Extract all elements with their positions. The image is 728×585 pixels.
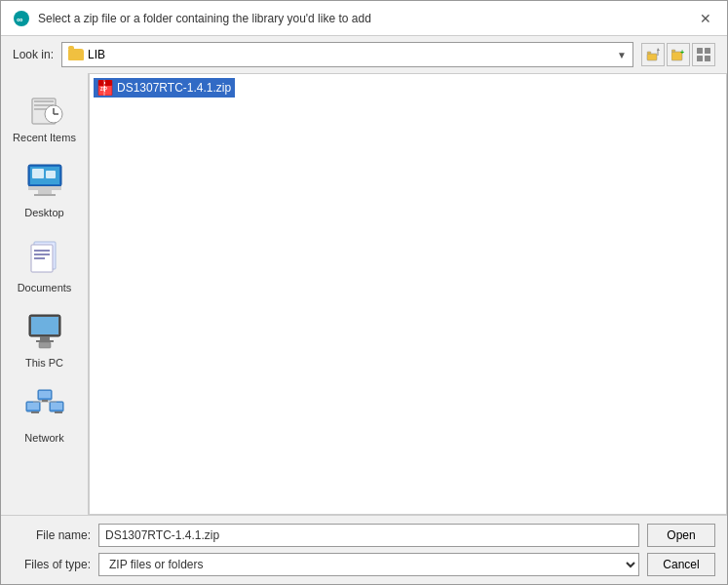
- new-folder-button[interactable]: +: [667, 43, 690, 66]
- sidebar-item-recent-label: Recent Items: [13, 132, 76, 143]
- svg-rect-54: [104, 90, 105, 92]
- zip-file-icon: ZIP: [97, 80, 113, 96]
- svg-rect-23: [34, 194, 56, 196]
- svg-rect-33: [40, 336, 50, 340]
- sidebar-item-documents[interactable]: Documents: [6, 228, 84, 299]
- filetype-select[interactable]: ZIP files or folders: [98, 553, 639, 576]
- arduino-icon: ∞: [13, 10, 30, 27]
- look-in-label: Look in:: [13, 48, 54, 61]
- svg-rect-37: [27, 403, 39, 410]
- svg-rect-13: [34, 100, 54, 102]
- filename-row: File name: Open: [13, 524, 715, 547]
- dialog-title: Select a zip file or a folder containing…: [38, 12, 371, 25]
- sidebar-item-desktop[interactable]: Desktop: [6, 153, 84, 224]
- sidebar-item-network-label: Network: [24, 432, 63, 444]
- filename-label: File name:: [13, 528, 91, 542]
- this-pc-icon: [24, 309, 65, 353]
- svg-rect-25: [46, 171, 56, 178]
- svg-rect-47: [42, 400, 48, 402]
- sidebar-item-network[interactable]: Network: [6, 378, 84, 449]
- sidebar: Recent Items: [1, 73, 89, 515]
- file-item-name: DS1307RTC-1.4.1.zip: [117, 81, 231, 95]
- dialog: ∞ Select a zip file or a folder containi…: [0, 0, 728, 585]
- view-menu-button[interactable]: [692, 43, 715, 66]
- file-item[interactable]: ZIP DS1307RTC-1.4.1.zip: [94, 78, 235, 98]
- svg-rect-21: [28, 186, 61, 190]
- svg-rect-32: [31, 317, 58, 334]
- svg-rect-22: [38, 190, 52, 194]
- close-button[interactable]: ✕: [696, 9, 715, 28]
- svg-rect-45: [31, 411, 39, 413]
- svg-text:∞: ∞: [17, 15, 23, 24]
- svg-rect-29: [34, 254, 50, 255]
- svg-rect-6: [671, 50, 675, 52]
- svg-rect-28: [34, 250, 50, 252]
- folder-icon: [68, 49, 84, 60]
- svg-rect-30: [34, 257, 45, 259]
- svg-rect-10: [697, 56, 703, 61]
- svg-rect-3: [647, 52, 651, 54]
- svg-rect-39: [51, 403, 62, 410]
- svg-rect-35: [39, 342, 51, 348]
- open-button[interactable]: Open: [647, 524, 715, 547]
- svg-rect-52: [104, 82, 105, 84]
- svg-rect-8: [697, 48, 703, 54]
- bottom-bar: File name: Open Files of type: ZIP files…: [1, 515, 727, 584]
- main-content: Recent Items: [1, 73, 727, 515]
- svg-rect-41: [39, 391, 51, 398]
- svg-rect-9: [705, 48, 710, 54]
- sidebar-item-recent[interactable]: Recent Items: [6, 81, 84, 149]
- filename-input[interactable]: [98, 524, 639, 547]
- svg-rect-53: [104, 86, 105, 88]
- look-in-bar: Look in: LIB ▼ +: [1, 36, 727, 73]
- file-browser[interactable]: ZIP DS1307RTC-1.4.1.zip: [89, 73, 727, 515]
- svg-rect-46: [55, 411, 62, 413]
- sidebar-item-documents-label: Documents: [18, 282, 72, 293]
- filetype-label: Files of type:: [13, 558, 91, 571]
- svg-rect-24: [32, 169, 44, 178]
- sidebar-item-thispc[interactable]: This PC: [6, 303, 84, 374]
- cancel-button[interactable]: Cancel: [647, 553, 715, 576]
- svg-text:+: +: [680, 49, 684, 56]
- up-folder-button[interactable]: [641, 43, 665, 66]
- look-in-folder-name: LIB: [88, 48, 105, 61]
- look-in-dropdown[interactable]: LIB ▼: [61, 42, 633, 67]
- chevron-down-icon: ▼: [617, 50, 627, 60]
- svg-rect-34: [36, 340, 54, 342]
- network-icon: [24, 384, 65, 428]
- filetype-row: Files of type: ZIP files or folders Canc…: [13, 553, 715, 576]
- title-bar: ∞ Select a zip file or a folder containi…: [1, 1, 727, 36]
- sidebar-item-thispc-label: This PC: [25, 357, 63, 369]
- svg-rect-2: [647, 54, 657, 60]
- documents-icon: [24, 234, 65, 278]
- sidebar-item-desktop-label: Desktop: [24, 207, 63, 218]
- recent-items-icon: [24, 87, 65, 128]
- toolbar-buttons: +: [641, 43, 715, 66]
- desktop-icon: [24, 159, 65, 203]
- svg-rect-11: [705, 56, 710, 61]
